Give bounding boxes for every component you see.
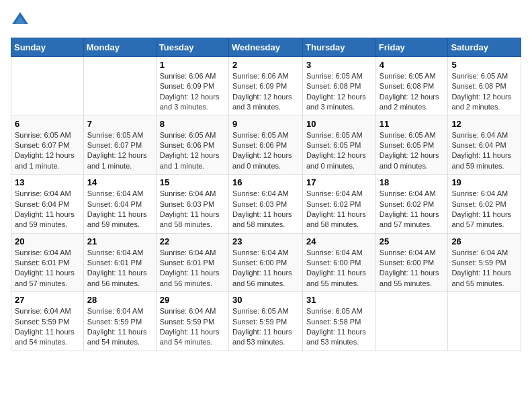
page-header [11, 11, 521, 30]
calendar-cell: 22Sunrise: 6:04 AM Sunset: 6:01 PM Dayli… [156, 233, 228, 292]
day-number: 25 [380, 236, 445, 246]
calendar-cell: 10Sunrise: 6:05 AM Sunset: 6:05 PM Dayli… [303, 116, 376, 175]
day-number: 6 [15, 119, 80, 129]
day-info: Sunrise: 6:05 AM Sunset: 6:05 PM Dayligh… [306, 130, 372, 172]
day-info: Sunrise: 6:05 AM Sunset: 6:08 PM Dayligh… [380, 71, 445, 113]
day-info: Sunrise: 6:05 AM Sunset: 6:08 PM Dayligh… [451, 71, 517, 113]
day-info: Sunrise: 6:06 AM Sunset: 6:09 PM Dayligh… [232, 71, 299, 113]
logo [11, 11, 32, 30]
day-number: 2 [232, 60, 299, 70]
calendar-cell: 7Sunrise: 6:05 AM Sunset: 6:07 PM Daylig… [83, 116, 156, 175]
weekday-header-sunday: Sunday [11, 38, 84, 57]
calendar-cell: 6Sunrise: 6:05 AM Sunset: 6:07 PM Daylig… [11, 116, 84, 175]
day-number: 27 [15, 295, 80, 305]
day-number: 10 [306, 119, 372, 129]
calendar-cell: 16Sunrise: 6:04 AM Sunset: 6:03 PM Dayli… [228, 175, 302, 234]
calendar-cell: 3Sunrise: 6:05 AM Sunset: 6:08 PM Daylig… [303, 57, 376, 116]
day-info: Sunrise: 6:04 AM Sunset: 6:00 PM Dayligh… [232, 248, 299, 289]
weekday-header-thursday: Thursday [303, 38, 376, 57]
calendar-cell [11, 57, 84, 116]
day-info: Sunrise: 6:04 AM Sunset: 5:59 PM Dayligh… [15, 306, 80, 348]
day-number: 21 [87, 236, 152, 246]
day-number: 31 [306, 295, 372, 305]
calendar-cell: 31Sunrise: 6:05 AM Sunset: 5:58 PM Dayli… [303, 292, 376, 351]
day-number: 4 [380, 60, 445, 70]
calendar-week-4: 20Sunrise: 6:04 AM Sunset: 6:01 PM Dayli… [11, 233, 521, 292]
day-info: Sunrise: 6:06 AM Sunset: 6:09 PM Dayligh… [160, 71, 225, 113]
day-number: 1 [160, 60, 225, 70]
day-info: Sunrise: 6:05 AM Sunset: 6:07 PM Dayligh… [15, 130, 80, 172]
day-info: Sunrise: 6:04 AM Sunset: 6:00 PM Dayligh… [306, 248, 372, 289]
day-info: Sunrise: 6:05 AM Sunset: 6:06 PM Dayligh… [160, 130, 225, 172]
day-info: Sunrise: 6:04 AM Sunset: 5:59 PM Dayligh… [87, 306, 152, 348]
day-info: Sunrise: 6:05 AM Sunset: 6:08 PM Dayligh… [306, 71, 372, 113]
day-number: 19 [451, 177, 517, 187]
calendar-week-2: 6Sunrise: 6:05 AM Sunset: 6:07 PM Daylig… [11, 116, 521, 175]
day-number: 9 [232, 119, 299, 129]
day-info: Sunrise: 6:04 AM Sunset: 6:02 PM Dayligh… [380, 189, 445, 230]
calendar-week-5: 27Sunrise: 6:04 AM Sunset: 5:59 PM Dayli… [11, 292, 521, 351]
day-info: Sunrise: 6:05 AM Sunset: 5:58 PM Dayligh… [306, 306, 372, 348]
weekday-header-tuesday: Tuesday [156, 38, 228, 57]
day-info: Sunrise: 6:04 AM Sunset: 6:03 PM Dayligh… [232, 189, 299, 230]
calendar-cell [375, 292, 448, 351]
day-number: 17 [306, 177, 372, 187]
day-number: 5 [451, 60, 517, 70]
calendar-cell [83, 57, 156, 116]
calendar-cell: 1Sunrise: 6:06 AM Sunset: 6:09 PM Daylig… [156, 57, 228, 116]
day-info: Sunrise: 6:04 AM Sunset: 6:01 PM Dayligh… [87, 248, 152, 289]
calendar-cell: 27Sunrise: 6:04 AM Sunset: 5:59 PM Dayli… [11, 292, 84, 351]
day-info: Sunrise: 6:04 AM Sunset: 6:01 PM Dayligh… [160, 248, 225, 289]
calendar-cell: 8Sunrise: 6:05 AM Sunset: 6:06 PM Daylig… [156, 116, 228, 175]
day-info: Sunrise: 6:04 AM Sunset: 6:04 PM Dayligh… [451, 130, 517, 172]
calendar-cell: 23Sunrise: 6:04 AM Sunset: 6:00 PM Dayli… [228, 233, 302, 292]
calendar-cell: 13Sunrise: 6:04 AM Sunset: 6:04 PM Dayli… [11, 175, 84, 234]
calendar-cell: 12Sunrise: 6:04 AM Sunset: 6:04 PM Dayli… [448, 116, 521, 175]
calendar-cell: 26Sunrise: 6:04 AM Sunset: 5:59 PM Dayli… [448, 233, 521, 292]
day-number: 23 [232, 236, 299, 246]
day-number: 13 [15, 177, 80, 187]
day-info: Sunrise: 6:04 AM Sunset: 6:03 PM Dayligh… [160, 189, 225, 230]
calendar-week-1: 1Sunrise: 6:06 AM Sunset: 6:09 PM Daylig… [11, 57, 521, 116]
weekday-header-friday: Friday [375, 38, 448, 57]
day-info: Sunrise: 6:04 AM Sunset: 6:02 PM Dayligh… [451, 189, 517, 230]
calendar-cell: 30Sunrise: 6:05 AM Sunset: 5:59 PM Dayli… [228, 292, 302, 351]
day-number: 22 [160, 236, 225, 246]
calendar-cell: 4Sunrise: 6:05 AM Sunset: 6:08 PM Daylig… [375, 57, 448, 116]
day-number: 16 [232, 177, 299, 187]
calendar-cell: 15Sunrise: 6:04 AM Sunset: 6:03 PM Dayli… [156, 175, 228, 234]
day-number: 3 [306, 60, 372, 70]
day-number: 7 [87, 119, 152, 129]
calendar-cell: 14Sunrise: 6:04 AM Sunset: 6:04 PM Dayli… [83, 175, 156, 234]
calendar-cell: 5Sunrise: 6:05 AM Sunset: 6:08 PM Daylig… [448, 57, 521, 116]
day-info: Sunrise: 6:05 AM Sunset: 5:59 PM Dayligh… [232, 306, 299, 348]
calendar-cell: 20Sunrise: 6:04 AM Sunset: 6:01 PM Dayli… [11, 233, 84, 292]
calendar-cell: 17Sunrise: 6:04 AM Sunset: 6:02 PM Dayli… [303, 175, 376, 234]
weekday-header-saturday: Saturday [448, 38, 521, 57]
day-info: Sunrise: 6:04 AM Sunset: 6:01 PM Dayligh… [15, 248, 80, 289]
calendar-cell [448, 292, 521, 351]
day-number: 30 [232, 295, 299, 305]
day-info: Sunrise: 6:05 AM Sunset: 6:07 PM Dayligh… [87, 130, 152, 172]
day-number: 20 [15, 236, 80, 246]
calendar-cell: 24Sunrise: 6:04 AM Sunset: 6:00 PM Dayli… [303, 233, 376, 292]
day-info: Sunrise: 6:05 AM Sunset: 6:06 PM Dayligh… [232, 130, 299, 172]
day-number: 28 [87, 295, 152, 305]
day-number: 14 [87, 177, 152, 187]
day-info: Sunrise: 6:04 AM Sunset: 6:00 PM Dayligh… [380, 248, 445, 289]
calendar-cell: 28Sunrise: 6:04 AM Sunset: 5:59 PM Dayli… [83, 292, 156, 351]
calendar-cell: 2Sunrise: 6:06 AM Sunset: 6:09 PM Daylig… [228, 57, 302, 116]
calendar-cell: 11Sunrise: 6:05 AM Sunset: 6:05 PM Dayli… [375, 116, 448, 175]
day-number: 29 [160, 295, 225, 305]
calendar-cell: 29Sunrise: 6:04 AM Sunset: 5:59 PM Dayli… [156, 292, 228, 351]
calendar-cell: 21Sunrise: 6:04 AM Sunset: 6:01 PM Dayli… [83, 233, 156, 292]
calendar-cell: 25Sunrise: 6:04 AM Sunset: 6:00 PM Dayli… [375, 233, 448, 292]
day-info: Sunrise: 6:04 AM Sunset: 6:04 PM Dayligh… [87, 189, 152, 230]
day-number: 8 [160, 119, 225, 129]
day-info: Sunrise: 6:04 AM Sunset: 5:59 PM Dayligh… [451, 248, 517, 289]
day-info: Sunrise: 6:04 AM Sunset: 5:59 PM Dayligh… [160, 306, 225, 348]
day-number: 18 [380, 177, 445, 187]
calendar-cell: 9Sunrise: 6:05 AM Sunset: 6:06 PM Daylig… [228, 116, 302, 175]
day-number: 15 [160, 177, 225, 187]
weekday-header-row: SundayMondayTuesdayWednesdayThursdayFrid… [11, 38, 521, 57]
